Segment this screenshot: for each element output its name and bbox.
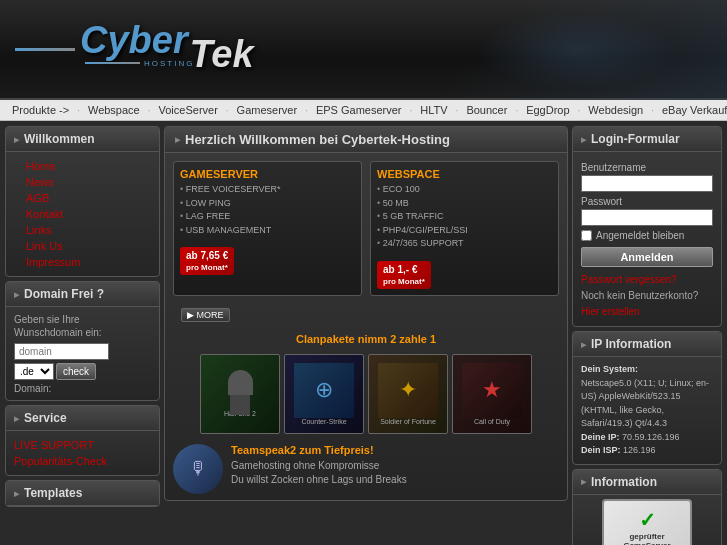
- game-cod-label: Call of Duty: [462, 418, 522, 425]
- no-account-text: Noch kein Benutzerkonto?: [581, 290, 698, 301]
- nav-links[interactable]: Links: [14, 222, 151, 238]
- nav-voiceserver[interactable]: VoiceServer: [155, 103, 222, 117]
- service-header-label: Service: [24, 411, 67, 425]
- nav-eps-gameserver[interactable]: EPS Gameserver: [312, 103, 406, 117]
- clan-subtitle: Clanpakete nimm 2 zahle 1: [165, 330, 567, 348]
- ws-feature-1: ECO 100: [377, 183, 552, 197]
- ws-feature-5: 24/7/365 SUPPORT: [377, 237, 552, 251]
- login-content: Benutzername Passwort Angemeldet bleiben…: [573, 152, 721, 326]
- info-panel-header: Information: [573, 470, 721, 495]
- templates-panel-header: Templates: [6, 481, 159, 506]
- game-images-section: Half-Life 2 ⊕ Counter-Strike ✦ Soldier o…: [165, 348, 567, 440]
- badge-checkmark: ✓: [639, 508, 656, 532]
- header: Cyber HOSTING Tek: [0, 0, 727, 100]
- domain-panel: Domain Frei ? Geben sie Ihre Wunschdomai…: [5, 281, 160, 401]
- login-panel-header: Login-Formular: [573, 127, 721, 152]
- game-hl2-box: Half-Life 2: [200, 354, 280, 434]
- webspace-promo: WEBSPACE ECO 100 50 MB 5 GB TRAFFIC PHP4…: [370, 161, 559, 296]
- nav-webspace[interactable]: Webspace: [84, 103, 144, 117]
- main-content-panel: Herzlich Willkommen bei Cybertek-Hosting…: [164, 126, 568, 501]
- ip-panel-header: IP Information: [573, 332, 721, 357]
- nav-kontakt[interactable]: Kontakt: [14, 206, 151, 222]
- ip-content: Dein System: Netscape5.0 (X11; U; Linux;…: [573, 357, 721, 464]
- remember-checkbox[interactable]: [581, 230, 592, 241]
- service-live-support[interactable]: LIVE SUPPORT: [14, 437, 151, 453]
- service-panel: Service LIVE SUPPORT Popularitäts-Check: [5, 405, 160, 476]
- ip-info-text: Dein System: Netscape5.0 (X11; U; Linux;…: [581, 363, 713, 458]
- password-input[interactable]: [581, 209, 713, 226]
- nav-link-us[interactable]: Link Us: [14, 238, 151, 254]
- logo-area: Cyber HOSTING Tek: [80, 23, 254, 76]
- promo-grid: GAMESERVER FREE VOICESERVER* LOW PING LA…: [165, 153, 567, 304]
- nav-hltv[interactable]: HLTV: [416, 103, 451, 117]
- game-sol-label: Soldier of Fortune: [378, 418, 438, 425]
- domain-check-button[interactable]: check: [56, 363, 96, 380]
- register-link[interactable]: Hier erstellen: [581, 306, 640, 317]
- forgot-password-link[interactable]: Passwort vergessen?: [581, 274, 677, 285]
- username-label: Benutzername: [581, 162, 713, 173]
- badge-area: ✓ geprüfter GameServer Anbieter cybertek…: [573, 495, 721, 546]
- nav-home[interactable]: Home: [14, 158, 151, 174]
- ws-feature-2: 50 MB: [377, 197, 552, 211]
- ip-value: 70.59.126.196: [622, 432, 680, 442]
- info-header-label: Information: [591, 475, 657, 489]
- nav-eggdrop[interactable]: EggDrop: [522, 103, 573, 117]
- login-button[interactable]: Anmelden: [581, 247, 713, 267]
- teamspeak-section: 🎙 Teamspeak2 zum Tiefpreis! Gamehosting …: [165, 440, 567, 500]
- templates-panel: Templates: [5, 480, 160, 507]
- nav-gameserver[interactable]: Gameserver: [233, 103, 302, 117]
- logo-cyber: Cyber: [80, 23, 194, 57]
- nav-produkte[interactable]: Produkte ->: [8, 103, 73, 117]
- domain-input-row: [14, 343, 151, 360]
- gameserver-title: GAMESERVER: [180, 168, 355, 180]
- gameserver-promo: GAMESERVER FREE VOICESERVER* LOW PING LA…: [173, 161, 362, 296]
- nav-impressum[interactable]: Impressum: [14, 254, 151, 270]
- gs-feature-3: LAG FREE: [180, 210, 355, 224]
- main-content-header: Herzlich Willkommen bei Cybertek-Hosting: [165, 127, 567, 153]
- domain-input[interactable]: [14, 343, 109, 360]
- more-button[interactable]: ▶ MORE: [181, 308, 230, 322]
- username-input[interactable]: [581, 175, 713, 192]
- game-cs-box: ⊕ Counter-Strike: [284, 354, 364, 434]
- left-sidebar: Willkommen Home News AGB Kontakt Links L…: [5, 126, 160, 545]
- ws-price-sub: pro Monat*: [383, 277, 425, 286]
- ws-price-amount: ab 1,- €: [383, 264, 417, 275]
- domain-result: Domain:: [14, 383, 151, 394]
- gs-feature-1: FREE VOICESERVER*: [180, 183, 355, 197]
- templates-header-label: Templates: [24, 486, 82, 500]
- gs-price-amount: ab 7,65 €: [186, 250, 228, 261]
- badge-title-text: geprüfter: [629, 532, 664, 541]
- main-welcome-text: Herzlich Willkommen bei Cybertek-Hosting: [185, 132, 450, 147]
- welcome-nav: Home News AGB Kontakt Links Link Us Impr…: [6, 152, 159, 276]
- nav-webdesign[interactable]: Webdesign: [584, 103, 647, 117]
- tld-select[interactable]: .de .com .net .org: [14, 363, 54, 380]
- webspace-title: WEBSPACE: [377, 168, 552, 180]
- game-cs-label: Counter-Strike: [294, 418, 354, 425]
- remember-label: Angemeldet bleiben: [596, 230, 684, 241]
- logo-hosting-text: HOSTING: [144, 59, 194, 68]
- info-panel: Information ✓ geprüfter GameServer Anbie…: [572, 469, 722, 546]
- gs-feature-4: USB MANAGEMENT: [180, 224, 355, 238]
- password-label: Passwort: [581, 196, 713, 207]
- domain-panel-header: Domain Frei ?: [6, 282, 159, 307]
- nav-ebay[interactable]: eBay Verkauf: [658, 103, 727, 117]
- service-panel-header: Service: [6, 406, 159, 431]
- gs-price: ab 7,65 € pro Monat*: [180, 247, 234, 275]
- system-value: Netscape5.0 (X11; U; Linux; en-US) Apple…: [581, 378, 709, 429]
- service-content: LIVE SUPPORT Popularitäts-Check: [6, 431, 159, 475]
- domain-result-label: Domain:: [14, 383, 51, 394]
- center-content: Herzlich Willkommen bei Cybertek-Hosting…: [164, 126, 568, 545]
- ts-text-area: Teamspeak2 zum Tiefpreis! Gamehosting oh…: [231, 444, 407, 487]
- nav-news[interactable]: News: [14, 174, 151, 190]
- domain-header-label: Domain Frei ?: [24, 287, 104, 301]
- right-sidebar: Login-Formular Benutzername Passwort Ang…: [572, 126, 722, 545]
- login-panel: Login-Formular Benutzername Passwort Ang…: [572, 126, 722, 327]
- logo-connector: [15, 48, 75, 51]
- system-label: Dein System:: [581, 364, 638, 374]
- more-btn-area: ▶ MORE: [165, 304, 567, 330]
- nav-bouncer[interactable]: Bouncer: [462, 103, 511, 117]
- isp-label: Dein ISP:: [581, 445, 621, 455]
- nav-agb[interactable]: AGB: [14, 190, 151, 206]
- service-popularity[interactable]: Popularitäts-Check: [14, 453, 151, 469]
- badge-box: ✓ geprüfter GameServer Anbieter cybertek…: [602, 499, 692, 546]
